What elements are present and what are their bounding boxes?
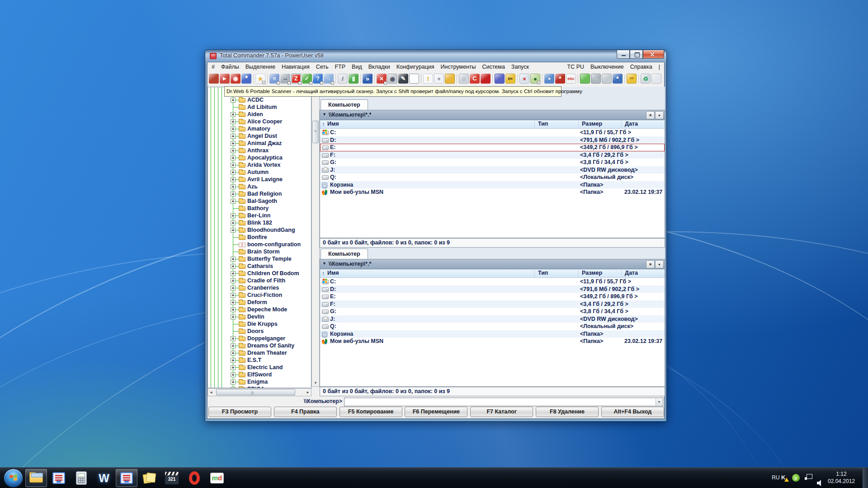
- file-row[interactable]: G:<3,8 Гб / 34,4 Гб >: [320, 308, 665, 315]
- file-row[interactable]: F:<3,4 Гб / 29,2 Гб >: [320, 151, 665, 159]
- tree-item[interactable]: +Children Of Bodom: [208, 270, 311, 277]
- start-button[interactable]: [4, 469, 23, 488]
- column-header-0[interactable]: Имя: [327, 121, 339, 127]
- tree-expand-icon[interactable]: +: [231, 264, 236, 269]
- scroll-down-icon[interactable]: ▼: [314, 381, 317, 385]
- tree-item[interactable]: +Electric Land: [208, 364, 311, 371]
- volume-icon[interactable]: [817, 480, 824, 486]
- column-header-3[interactable]: Дата: [625, 121, 638, 127]
- fn-button-3[interactable]: F5 Копирование: [340, 407, 402, 417]
- tree-item[interactable]: +ElfSword: [208, 371, 311, 378]
- tree-expand-icon[interactable]: +: [231, 314, 236, 319]
- tree-expand-icon[interactable]: +: [231, 213, 236, 218]
- tree-expand-icon[interactable]: +: [231, 119, 236, 124]
- history-button[interactable]: ▼: [655, 111, 664, 119]
- scroll-left-icon[interactable]: ◄: [209, 390, 213, 394]
- show-desktop-button[interactable]: [863, 468, 868, 488]
- path-bar[interactable]: ▼\\Компьютер\*.*∗▼: [320, 259, 665, 269]
- toolbar-antivirus-check-icon[interactable]: ✓: [302, 74, 312, 84]
- tree-expand-icon[interactable]: +: [231, 177, 236, 182]
- tree-expand-icon[interactable]: +: [231, 155, 236, 160]
- tree-expand-icon[interactable]: +: [231, 141, 236, 146]
- file-row[interactable]: D:<791,6 Мб / 902,2 Гб >: [320, 286, 665, 293]
- tree-item[interactable]: Die Krupps: [208, 320, 311, 328]
- tree-item[interactable]: +Enigma: [208, 378, 311, 385]
- tree-item[interactable]: !boom-configuration: [208, 241, 311, 248]
- tree-expand-icon[interactable]: +: [231, 134, 236, 139]
- tree-expand-icon[interactable]: +: [231, 372, 236, 377]
- tree-expand-icon[interactable]: +: [231, 127, 236, 131]
- taskbar-item-explorer[interactable]: [25, 469, 47, 487]
- history-button[interactable]: ▼: [655, 260, 664, 268]
- close-button[interactable]: [643, 50, 664, 59]
- menu-item-1[interactable]: Файлы: [218, 62, 242, 71]
- file-row[interactable]: J:<DVD RW дисковод>: [320, 166, 665, 174]
- taskbar-item-w-media[interactable]: W: [93, 469, 115, 487]
- file-row[interactable]: G:<3,8 Гб / 34,4 Гб >: [320, 159, 665, 166]
- tree-item[interactable]: +Depeche Mode: [208, 306, 311, 313]
- tree-item[interactable]: +Aiden: [208, 111, 311, 118]
- tree-item[interactable]: +Azь: [208, 183, 311, 190]
- file-row[interactable]: Q:<Локальный диск>: [320, 323, 665, 330]
- tree-expand-icon[interactable]: +: [231, 286, 236, 291]
- tree-expand-icon[interactable]: +: [231, 278, 236, 283]
- taskbar-item-total-commander[interactable]: [48, 469, 70, 487]
- tab-computer[interactable]: Компьютер: [321, 99, 368, 110]
- tree-item[interactable]: +Angel Dust: [208, 132, 311, 140]
- favorites-button[interactable]: ∗: [646, 260, 655, 268]
- tree-item[interactable]: +Cranberries: [208, 284, 311, 291]
- toolbar-paw-icon[interactable]: [209, 74, 219, 84]
- tree-expand-icon[interactable]: +: [231, 112, 236, 117]
- toolbar-dr-web-icon[interactable]: Z: [291, 74, 301, 84]
- clock[interactable]: 1:12 02.04.2012: [827, 470, 855, 485]
- toolbar-burn-icon[interactable]: ◉: [231, 74, 241, 84]
- tree-item[interactable]: +Alice Cooper: [208, 118, 311, 125]
- tree-expand-icon[interactable]: +: [231, 343, 236, 348]
- tree-expand-icon[interactable]: +: [231, 148, 236, 153]
- menu-item-2[interactable]: Выделение: [242, 62, 278, 71]
- menu-item-3[interactable]: Навигация: [278, 62, 313, 71]
- column-header-2[interactable]: Размер: [582, 270, 602, 276]
- file-row[interactable]: E:<349,2 Гб / 896,9 Гб >: [320, 293, 665, 300]
- tree-item[interactable]: +ACDC: [208, 96, 311, 103]
- toolbar-gears-icon[interactable]: *: [241, 74, 251, 84]
- file-row[interactable]: C:<11,9 Гб / 55,7 Гб >: [320, 278, 665, 286]
- maximize-button[interactable]: [630, 50, 643, 59]
- path-bar[interactable]: ▼\\Компьютер\*.*∗▼: [320, 110, 665, 120]
- fn-button-1[interactable]: F3 Просмотр: [208, 407, 271, 417]
- tree-item[interactable]: +Doppelganger: [208, 335, 311, 342]
- tree-expand-icon[interactable]: +: [231, 300, 236, 305]
- tree-expand-icon[interactable]: +: [231, 351, 236, 356]
- tree-item[interactable]: Bonfire: [208, 234, 311, 241]
- tree-item[interactable]: +Bal-Sagoth: [208, 197, 311, 205]
- command-history-dropdown-icon[interactable]: ▼: [656, 399, 662, 405]
- tree-item[interactable]: +E.S.T: [208, 357, 311, 364]
- tree-expand-icon[interactable]: +: [231, 199, 236, 204]
- toolbar-multi-rename-icon[interactable]: ≡: [269, 74, 279, 84]
- tree-vertical-scrollbar[interactable]: ▲ ▼: [311, 87, 320, 387]
- minimize-button[interactable]: [617, 50, 630, 59]
- column-header-0[interactable]: Имя: [327, 270, 339, 276]
- tree-item[interactable]: Ad Libitum: [208, 103, 311, 111]
- fn-button-7[interactable]: Alt+F4 Выход: [601, 407, 664, 417]
- tree-item[interactable]: +Deform: [208, 299, 311, 306]
- scroll-right-icon[interactable]: ►: [306, 390, 310, 394]
- column-header-1[interactable]: Тип: [538, 270, 548, 276]
- favorites-button[interactable]: ∗: [646, 111, 655, 119]
- taskbar-item-total-commander-active[interactable]: [116, 469, 137, 487]
- tree-expand-icon[interactable]: +: [231, 98, 236, 103]
- utorrent-icon[interactable]: µ: [792, 474, 800, 482]
- tree-item[interactable]: Doors: [208, 328, 311, 335]
- tree-expand-icon[interactable]: +: [231, 192, 236, 197]
- tree-expand-icon[interactable]: +: [231, 307, 236, 312]
- tree-item[interactable]: +Bad Religion: [208, 190, 311, 197]
- tab-computer[interactable]: Компьютер: [321, 249, 368, 259]
- kaspersky-icon[interactable]: K: [781, 474, 785, 481]
- tree-item[interactable]: +Blink 182: [208, 219, 311, 226]
- menu-item-0[interactable]: #: [208, 62, 218, 71]
- tree-expand-icon[interactable]: +: [231, 170, 236, 175]
- tree-expand-icon[interactable]: +: [231, 365, 236, 370]
- tree-item[interactable]: +Dreams Of Sanity: [208, 342, 311, 349]
- file-row[interactable]: F:<3,4 Гб / 29,2 Гб >: [320, 300, 665, 308]
- fn-button-6[interactable]: F8 Удаление: [536, 407, 599, 417]
